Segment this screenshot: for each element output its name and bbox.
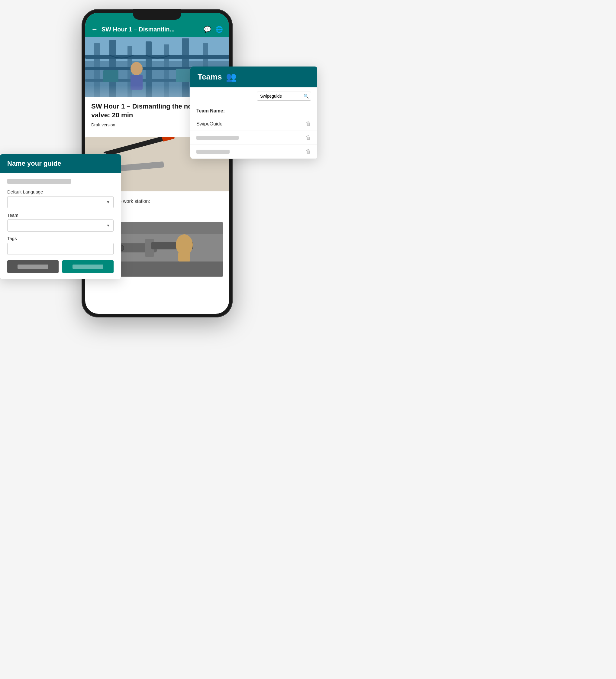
trash-icon-2[interactable]: 🗑	[306, 134, 311, 141]
teams-search-wrapper: 🔍	[257, 92, 311, 101]
team-list-item: SwipeGuide 🗑	[190, 117, 317, 131]
guide-name-panel-title: Name your guide	[7, 160, 61, 167]
teams-search-row: 🔍	[190, 87, 317, 105]
teams-people-icon: 👥	[226, 72, 237, 82]
team-select[interactable]	[7, 220, 113, 232]
teams-search-input[interactable]	[257, 92, 311, 101]
trash-icon-1[interactable]: 🗑	[306, 121, 311, 127]
teams-panel-title: Teams	[198, 72, 222, 82]
svg-rect-27	[178, 252, 190, 261]
default-language-label: Default Language	[7, 189, 113, 194]
phone-screen-title: SW Hour 1 – Dismantlin...	[102, 26, 200, 33]
default-language-select-wrapper: ▼	[7, 196, 113, 208]
guide-name-panel: Name your guide Default Language ▼ Team …	[0, 154, 121, 279]
confirm-button[interactable]	[62, 260, 113, 273]
team-item-name-swipeguide: SwipeGuide	[196, 121, 223, 127]
team-list-item-placeholder-1: 🗑	[190, 131, 317, 145]
team-select-wrapper: ▼	[7, 220, 113, 232]
team-name-label: Team Name:	[190, 105, 317, 117]
confirm-button-label-placeholder	[72, 264, 103, 269]
svg-rect-14	[103, 70, 118, 82]
guide-name-input-placeholder	[7, 179, 71, 184]
cancel-button-label-placeholder	[18, 264, 48, 269]
cancel-button[interactable]	[7, 260, 59, 273]
svg-point-26	[176, 234, 193, 255]
guide-name-panel-body: Default Language ▼ Team ▼ Tags	[0, 173, 121, 279]
phone-header-icons: 💬 🌐	[204, 26, 223, 33]
team-list-item-placeholder-2: 🗑	[190, 145, 317, 159]
tags-label: Tags	[7, 236, 113, 241]
team-label: Team	[7, 213, 113, 218]
teams-panel-header: Teams 👥	[190, 66, 317, 87]
guide-name-panel-header: Name your guide	[0, 154, 121, 173]
globe-icon[interactable]: 🌐	[215, 26, 223, 33]
default-language-select[interactable]	[7, 196, 113, 208]
svg-point-12	[131, 62, 143, 75]
teams-panel: Teams 👥 🔍 Team Name: SwipeGuide 🗑 🗑 🗑	[190, 66, 317, 159]
phone-notch	[133, 9, 181, 20]
panel-buttons	[7, 260, 113, 273]
trash-icon-3[interactable]: 🗑	[306, 149, 311, 155]
svg-rect-13	[131, 75, 143, 90]
svg-rect-6	[164, 44, 169, 97]
tags-input[interactable]	[7, 243, 113, 255]
team-placeholder-bar-2	[196, 150, 230, 154]
team-placeholder-bar-1	[196, 136, 239, 140]
back-arrow-icon[interactable]: ←	[91, 25, 98, 33]
comment-icon[interactable]: 💬	[204, 26, 211, 33]
